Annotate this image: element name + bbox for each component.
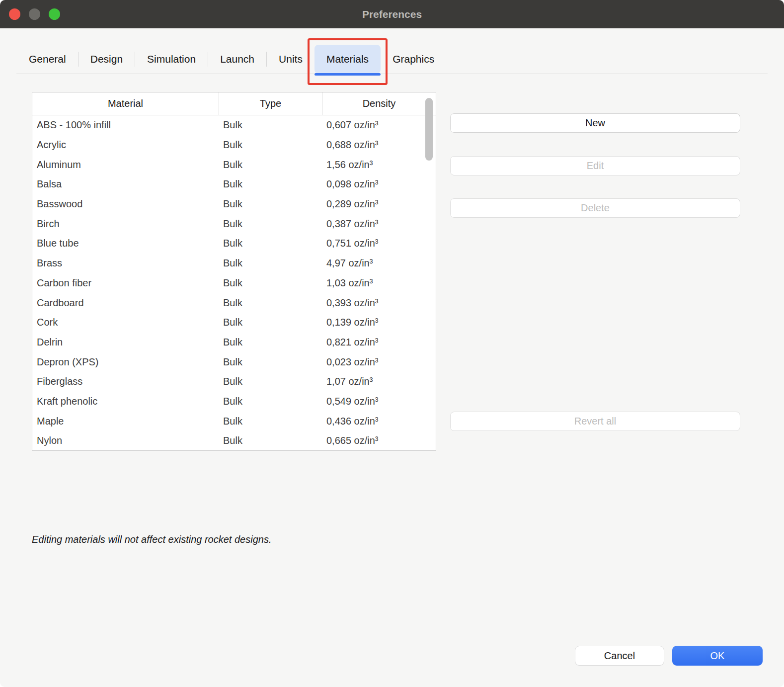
cell-density: 1,07 oz/in³ bbox=[322, 376, 436, 387]
cell-material: Cork bbox=[32, 317, 219, 328]
cell-density: 0,139 oz/in³ bbox=[322, 317, 436, 328]
cell-type: Bulk bbox=[219, 435, 322, 446]
cell-material: Delrin bbox=[32, 337, 219, 348]
tab-graphics[interactable]: Graphics bbox=[381, 45, 446, 74]
cell-material: Aluminum bbox=[32, 159, 219, 171]
table-header: Material Type Density bbox=[32, 92, 436, 115]
cell-density: 0,387 oz/in³ bbox=[322, 218, 436, 230]
tab-design[interactable]: Design bbox=[78, 45, 135, 74]
cell-density: 4,97 oz/in³ bbox=[322, 258, 436, 269]
table-row[interactable]: ABS - 100% infill Bulk 0,607 oz/in³ bbox=[32, 115, 436, 135]
table-row[interactable]: Nylon Bulk 0,665 oz/in³ bbox=[32, 431, 436, 451]
tab-label: Units bbox=[279, 53, 303, 65]
cell-type: Bulk bbox=[219, 416, 322, 427]
tab-label: General bbox=[29, 53, 66, 65]
column-header-density[interactable]: Density bbox=[322, 92, 436, 115]
table-body: ABS - 100% infill Bulk 0,607 oz/in³ Acry… bbox=[32, 115, 436, 451]
cell-density: 0,393 oz/in³ bbox=[322, 297, 436, 309]
cell-material: Cardboard bbox=[32, 297, 219, 309]
cell-material: Fiberglass bbox=[32, 376, 219, 387]
cell-material: Acrylic bbox=[32, 139, 219, 151]
cancel-button[interactable]: Cancel bbox=[575, 646, 664, 666]
cell-type: Bulk bbox=[219, 198, 322, 210]
zoom-window-button[interactable] bbox=[49, 8, 60, 20]
cell-type: Bulk bbox=[219, 218, 322, 230]
table-row[interactable]: Depron (XPS) Bulk 0,023 oz/in³ bbox=[32, 352, 436, 372]
minimize-window-button[interactable] bbox=[29, 8, 40, 20]
cell-type: Bulk bbox=[219, 238, 322, 249]
tab-label: Simulation bbox=[147, 53, 196, 65]
tab-label: Launch bbox=[220, 53, 254, 65]
cell-material: Birch bbox=[32, 218, 219, 230]
window-titlebar: Preferences bbox=[0, 0, 784, 28]
cell-type: Bulk bbox=[219, 317, 322, 328]
tab-units[interactable]: Units bbox=[267, 45, 314, 74]
cell-type: Bulk bbox=[219, 258, 322, 269]
column-header-material[interactable]: Material bbox=[32, 92, 219, 115]
cell-material: Brass bbox=[32, 258, 219, 269]
ok-button[interactable]: OK bbox=[672, 646, 763, 666]
edit-button[interactable]: Edit bbox=[450, 156, 740, 175]
cell-density: 0,549 oz/in³ bbox=[322, 396, 436, 407]
cell-type: Bulk bbox=[219, 376, 322, 387]
table-row[interactable]: Fiberglass Bulk 1,07 oz/in³ bbox=[32, 372, 436, 392]
preferences-window: Preferences General Design Simulation La… bbox=[0, 0, 784, 687]
cell-material: Basswood bbox=[32, 198, 219, 210]
close-window-button[interactable] bbox=[9, 8, 20, 20]
cell-density: 1,03 oz/in³ bbox=[322, 277, 436, 289]
table-row[interactable]: Cardboard Bulk 0,393 oz/in³ bbox=[32, 293, 436, 313]
cell-material: Maple bbox=[32, 416, 219, 427]
materials-note: Editing materials will not affect existi… bbox=[32, 534, 271, 545]
cell-type: Bulk bbox=[219, 297, 322, 309]
tab-label: Design bbox=[90, 53, 123, 65]
tab-bar: General Design Simulation Launch Units M… bbox=[17, 45, 446, 74]
tab-simulation[interactable]: Simulation bbox=[135, 45, 208, 74]
cell-type: Bulk bbox=[219, 119, 322, 131]
table-row[interactable]: Acrylic Bulk 0,688 oz/in³ bbox=[32, 135, 436, 155]
column-header-type[interactable]: Type bbox=[219, 92, 322, 115]
cell-type: Bulk bbox=[219, 277, 322, 289]
table-row[interactable]: Cork Bulk 0,139 oz/in³ bbox=[32, 313, 436, 333]
table-row[interactable]: Maple Bulk 0,436 oz/in³ bbox=[32, 411, 436, 431]
window-title: Preferences bbox=[362, 8, 422, 20]
table-row[interactable]: Blue tube Bulk 0,751 oz/in³ bbox=[32, 234, 436, 254]
tab-label: Graphics bbox=[392, 53, 434, 65]
cell-material: Kraft phenolic bbox=[32, 396, 219, 407]
tab-general[interactable]: General bbox=[17, 45, 78, 74]
new-button[interactable]: New bbox=[450, 113, 740, 133]
cell-material: Nylon bbox=[32, 435, 219, 446]
revert-all-button[interactable]: Revert all bbox=[450, 412, 740, 431]
cell-material: Balsa bbox=[32, 178, 219, 190]
traffic-lights bbox=[9, 0, 60, 28]
cell-type: Bulk bbox=[219, 356, 322, 368]
materials-table: Material Type Density ABS - 100% infill … bbox=[32, 92, 436, 451]
cell-density: 0,665 oz/in³ bbox=[322, 435, 436, 446]
tab-launch[interactable]: Launch bbox=[208, 45, 266, 74]
cell-material: Depron (XPS) bbox=[32, 356, 219, 368]
tab-label: Materials bbox=[326, 53, 369, 65]
cell-density: 0,436 oz/in³ bbox=[322, 416, 436, 427]
tab-materials[interactable]: Materials bbox=[314, 45, 381, 74]
table-row[interactable]: Aluminum Bulk 1,56 oz/in³ bbox=[32, 155, 436, 174]
cell-type: Bulk bbox=[219, 178, 322, 190]
cell-type: Bulk bbox=[219, 337, 322, 348]
table-row[interactable]: Kraft phenolic Bulk 0,549 oz/in³ bbox=[32, 392, 436, 412]
table-row[interactable]: Balsa Bulk 0,098 oz/in³ bbox=[32, 174, 436, 194]
cell-material: Carbon fiber bbox=[32, 277, 219, 289]
cell-density: 0,098 oz/in³ bbox=[322, 178, 436, 190]
table-row[interactable]: Delrin Bulk 0,821 oz/in³ bbox=[32, 333, 436, 352]
table-row[interactable]: Birch Bulk 0,387 oz/in³ bbox=[32, 214, 436, 234]
table-row[interactable]: Brass Bulk 4,97 oz/in³ bbox=[32, 254, 436, 273]
cell-material: ABS - 100% infill bbox=[32, 119, 219, 131]
table-row[interactable]: Basswood Bulk 0,289 oz/in³ bbox=[32, 194, 436, 214]
tabbar-divider bbox=[16, 74, 768, 74]
selected-tab-underline bbox=[314, 73, 381, 76]
cell-density: 0,023 oz/in³ bbox=[322, 356, 436, 368]
cell-density: 0,289 oz/in³ bbox=[322, 198, 436, 210]
cell-density: 0,751 oz/in³ bbox=[322, 238, 436, 249]
table-row[interactable]: Carbon fiber Bulk 1,03 oz/in³ bbox=[32, 273, 436, 293]
cell-material: Blue tube bbox=[32, 238, 219, 249]
vertical-scrollbar-thumb[interactable] bbox=[425, 98, 433, 161]
cell-type: Bulk bbox=[219, 396, 322, 407]
delete-button[interactable]: Delete bbox=[450, 198, 740, 218]
